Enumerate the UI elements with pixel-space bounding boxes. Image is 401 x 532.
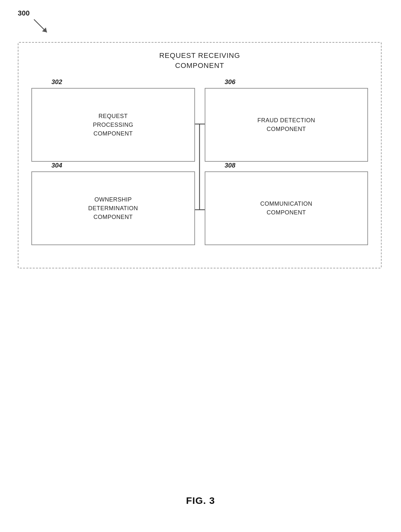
component-302-label: REQUESTPROCESSINGCOMPONENT xyxy=(93,112,133,138)
component-306-label: FRAUD DETECTIONCOMPONENT xyxy=(257,116,315,134)
figure-reference-number: 300 xyxy=(18,9,30,17)
ref-label-302: 302 xyxy=(51,78,62,86)
components-grid: 302 REQUESTPROCESSINGCOMPONENT 306 FRAUD… xyxy=(31,81,368,252)
component-306: 306 FRAUD DETECTIONCOMPONENT xyxy=(205,88,368,162)
page-container: 300 REQUEST RECEIVING COMPONENT xyxy=(0,0,401,532)
arrow-indicator xyxy=(32,18,52,37)
ref-label-308: 308 xyxy=(225,162,235,169)
figure-caption: FIG. 3 xyxy=(0,495,401,506)
component-304: 304 OWNERSHIPDETERMINATIONCOMPONENT xyxy=(31,171,195,245)
component-302: 302 REQUESTPROCESSINGCOMPONENT xyxy=(31,88,195,162)
component-308: 308 COMMUNICATIONCOMPONENT xyxy=(205,171,368,245)
component-308-label: COMMUNICATIONCOMPONENT xyxy=(260,200,312,217)
outer-dashed-box: REQUEST RECEIVING COMPONENT 302 REQ xyxy=(18,42,382,268)
outer-box-title: REQUEST RECEIVING COMPONENT xyxy=(18,51,381,71)
component-304-label: OWNERSHIPDETERMINATIONCOMPONENT xyxy=(88,195,138,222)
ref-label-306: 306 xyxy=(225,78,235,86)
ref-label-304: 304 xyxy=(51,162,62,169)
